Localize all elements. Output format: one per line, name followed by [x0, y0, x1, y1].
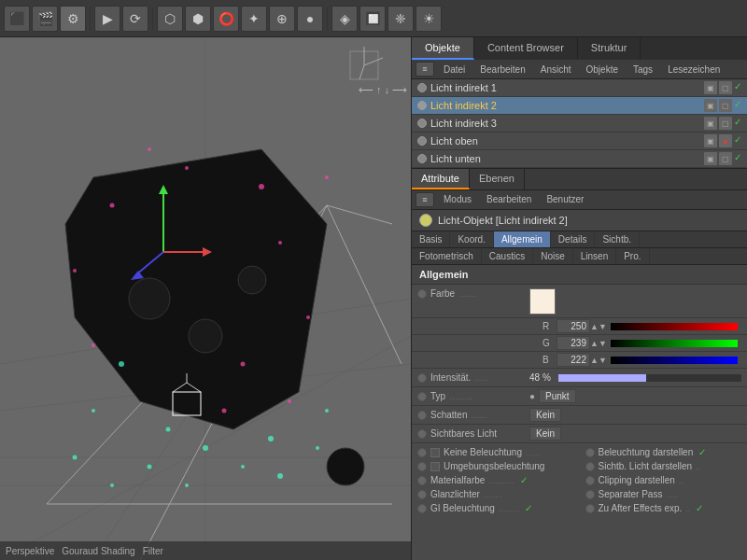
sub-tab-pro[interactable]: Pro. [616, 248, 649, 264]
toolbar-icon-7[interactable]: ⬢ [185, 6, 211, 32]
menu-lesezeichen[interactable]: Lesezeichen [662, 63, 726, 77]
typ-dot-icon: ● [529, 391, 535, 401]
object-name: Licht unten [430, 153, 700, 164]
tab-struktur[interactable]: Struktur [578, 37, 641, 60]
sichtbares-dropdown[interactable]: Kein [529, 427, 561, 441]
toolbar-icon-13[interactable]: 🔲 [359, 6, 386, 32]
tab-ebenen[interactable]: Ebenen [470, 169, 525, 189]
toolbar-icon-11[interactable]: ● [297, 6, 323, 32]
light-indicator [417, 154, 427, 163]
attr-menu-bearbeiten[interactable]: Bearbeiten [481, 192, 537, 207]
intensitaet-bar-fill [558, 374, 646, 382]
r-input[interactable] [557, 319, 590, 333]
intensitaet-percent: 48 % [529, 372, 551, 383]
sub-tab-caustics[interactable]: Caustics [482, 248, 533, 264]
typ-dot[interactable] [417, 392, 427, 401]
cb-dot-1[interactable] [417, 448, 427, 457]
obj-icon-2: ▢ [719, 152, 732, 165]
color-swatch[interactable] [529, 288, 556, 315]
attr-menu-benutzer[interactable]: Benutzer [541, 192, 589, 207]
toolbar-icon-3[interactable]: ⚙ [60, 6, 86, 32]
svg-point-36 [325, 175, 329, 179]
sichtbares-dot[interactable] [417, 429, 427, 439]
sub-tab-fotometrisch[interactable]: Fotometrisch [412, 248, 482, 264]
menu-datei[interactable]: Datei [438, 63, 471, 77]
cb-dot-4[interactable] [585, 462, 595, 471]
toolbar-divider-1 [90, 7, 91, 30]
tab-objekte[interactable]: Objekte [412, 37, 474, 60]
toolbar-icon-14[interactable]: ❈ [388, 6, 414, 32]
typ-dropdown[interactable]: Punkt [539, 389, 576, 403]
g-arrow[interactable]: ▲▼ [590, 339, 607, 348]
cb-dot-9[interactable] [417, 504, 427, 513]
toolbar-icon-9[interactable]: ✦ [241, 6, 267, 32]
toolbar-icon-15[interactable]: ☀ [416, 6, 442, 32]
sub-tab-koord[interactable]: Koord. [450, 231, 493, 247]
attr-menu-modus[interactable]: Modus [438, 192, 477, 207]
toolbar-icon-4[interactable]: ▶ [94, 6, 120, 32]
cb-dots-4: .. [696, 462, 700, 471]
intensitaet-dot[interactable] [417, 373, 427, 383]
svg-point-49 [110, 483, 114, 487]
sub-tab-linsen[interactable]: Linsen [573, 248, 616, 264]
farbe-label-text: Farbe [430, 288, 455, 299]
toolbar-icon-12[interactable]: ◈ [331, 6, 358, 32]
menu-objekte[interactable]: Objekte [581, 63, 624, 77]
b-input[interactable] [557, 353, 590, 367]
toolbar-icon-6[interactable]: ⬡ [157, 6, 183, 32]
cb-dot-10[interactable] [585, 504, 595, 513]
sub-tab-sichtb[interactable]: Sichtb. [595, 231, 640, 247]
tab-content-browser[interactable]: Content Browser [474, 37, 578, 60]
toolbar-icon-8[interactable]: ⭕ [213, 6, 239, 32]
list-item[interactable]: Licht unten ▣ ▢ ✓ [412, 150, 747, 168]
schatten-dot[interactable] [417, 411, 427, 420]
viewport[interactable]: ⟵ ↑ ↓ ⟶ Perspektive Gouraud Shading Filt… [0, 37, 411, 560]
list-item[interactable]: Licht indirekt 1 ▣ ▢ ✓ [412, 79, 747, 97]
tab-attribute[interactable]: Attribute [412, 169, 470, 189]
r-arrow[interactable]: ▲▼ [590, 322, 607, 331]
obj-icon-2: ▢ [719, 81, 732, 94]
menu-ansicht[interactable]: Ansicht [535, 63, 577, 77]
cb-label-2: Beleuchtung darstellen [599, 447, 694, 457]
toolbar-icon-group: ⬛ 🎬 ⚙ ▶ ⟳ ⬡ ⬢ ⭕ ✦ ⊕ ● ◈ 🔲 ❈ ☀ [0, 6, 445, 32]
vp-shading-button[interactable]: Gouraud Shading [62, 546, 134, 556]
cb-dot-2[interactable] [585, 448, 595, 457]
app-window: ⬛ 🎬 ⚙ ▶ ⟳ ⬡ ⬢ ⭕ ✦ ⊕ ● ◈ 🔲 ❈ ☀ [0, 0, 747, 560]
cb-dot-8[interactable] [585, 490, 595, 499]
cb-box-3[interactable] [430, 462, 440, 471]
attr-stripe-icon: ≡ [416, 192, 434, 207]
g-input[interactable] [557, 336, 590, 350]
rgb-r-row: R ▲▼ [412, 318, 747, 335]
schatten-dropdown[interactable]: Kein [529, 408, 561, 422]
list-item[interactable]: Licht indirekt 2 ▣ ▢ ✓ [412, 97, 747, 115]
list-item[interactable]: Licht oben ▣ ■ ✓ [412, 133, 747, 150]
farbe-dot[interactable] [417, 289, 427, 299]
toolbar-icon-2[interactable]: 🎬 [32, 6, 58, 32]
vp-view-button[interactable]: Perspektive [6, 546, 54, 556]
toolbar-icon-5[interactable]: ⟳ [122, 6, 148, 32]
sub-tab-allgemein[interactable]: Allgemein [494, 231, 551, 247]
vp-filter-button[interactable]: Filter [143, 546, 163, 556]
sub-tab-basis[interactable]: Basis [412, 231, 450, 247]
cb-dot-6[interactable] [585, 476, 595, 485]
menu-bearbeiten[interactable]: Bearbeiten [474, 63, 530, 77]
cb-dot-3[interactable] [417, 462, 427, 471]
list-item[interactable]: Licht indirekt 3 ▣ ▢ ✓ [412, 115, 747, 133]
toolbar-icon-10[interactable]: ⊕ [269, 6, 295, 32]
toolbar-icon-1[interactable]: ⬛ [4, 6, 30, 32]
viewport-bottom-bar: Perspektive Gouraud Shading Filter [0, 541, 411, 560]
sichtbares-value: Kein [529, 427, 741, 441]
sub-tabs: Basis Koord. Allgemein Details Sichtb. [412, 231, 747, 248]
sub-tab-noise[interactable]: Noise [533, 248, 573, 264]
object-icons: ▣ ▢ ✓ [704, 152, 741, 165]
cb-dot-5[interactable] [417, 476, 427, 485]
b-bar-container [611, 357, 738, 364]
sub-tab-details[interactable]: Details [551, 231, 596, 247]
cb-clipping: Clipping darstellen .. [580, 473, 748, 487]
menu-tags[interactable]: Tags [627, 63, 658, 77]
intensitaet-label: Intensität. ..... [417, 372, 529, 383]
cb-dot-7[interactable] [417, 490, 427, 499]
cb-box-1[interactable] [430, 448, 440, 457]
b-arrow[interactable]: ▲▼ [590, 356, 607, 365]
prop-farbe-value [529, 288, 741, 315]
